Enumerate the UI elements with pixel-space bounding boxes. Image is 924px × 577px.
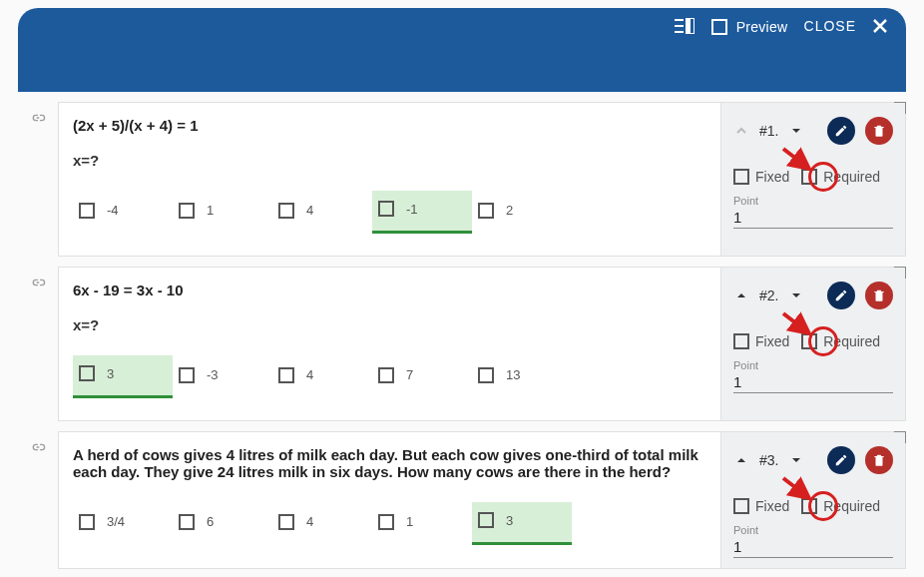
- edit-button[interactable]: [827, 282, 855, 309]
- question-sidebar: #3.FixedRequiredPoint1: [720, 432, 905, 568]
- answer-option[interactable]: -4: [73, 191, 173, 234]
- svg-rect-2: [675, 31, 684, 33]
- svg-rect-4: [687, 18, 691, 34]
- question-row: (2x + 5)/(x + 4) = 1x=?-414-12#1.FixedRe…: [18, 102, 906, 257]
- required-label: Required: [823, 169, 880, 185]
- answer-option[interactable]: 13: [472, 355, 572, 398]
- checkbox-empty-icon: [179, 203, 195, 219]
- point-value[interactable]: 1: [733, 209, 893, 229]
- link-icon[interactable]: [18, 431, 58, 569]
- svg-rect-1: [675, 25, 684, 27]
- delete-button[interactable]: [865, 446, 893, 474]
- question-card: 6x - 19 = 3x - 10x=?3-34713#2.FixedRequi…: [58, 267, 906, 421]
- question-body: (2x + 5)/(x + 4) = 1x=?-414-12: [59, 103, 720, 256]
- link-icon[interactable]: [18, 102, 58, 257]
- option-value: -4: [107, 203, 119, 218]
- options-row: 3-34713: [73, 355, 706, 398]
- checkbox-empty-icon: [278, 203, 294, 219]
- required-checkbox[interactable]: [801, 333, 817, 349]
- option-value: 13: [506, 367, 520, 382]
- point-label: Point: [733, 195, 893, 207]
- option-value: 1: [207, 203, 214, 218]
- fixed-label: Fixed: [755, 333, 789, 349]
- move-up-button[interactable]: [733, 288, 749, 303]
- question-title: 6x - 19 = 3x - 10: [73, 282, 706, 298]
- edit-button[interactable]: [827, 117, 855, 145]
- preview-toggle[interactable]: Preview: [710, 18, 788, 36]
- move-up-button[interactable]: [733, 452, 749, 468]
- move-up-button[interactable]: [733, 123, 749, 139]
- option-value: 7: [406, 367, 413, 382]
- move-down-button[interactable]: [788, 123, 804, 139]
- point-label: Point: [733, 359, 893, 371]
- answer-option[interactable]: -1: [372, 191, 472, 234]
- fixed-checkbox[interactable]: [733, 333, 749, 349]
- question-number: #3.: [759, 452, 778, 468]
- answer-option[interactable]: 3: [73, 355, 173, 398]
- close-button[interactable]: CLOSE: [804, 18, 856, 34]
- answer-option[interactable]: 2: [472, 191, 572, 234]
- option-value: 3: [107, 366, 114, 381]
- fixed-checkbox[interactable]: [733, 169, 749, 185]
- delete-button[interactable]: [865, 282, 893, 309]
- svg-rect-0: [675, 19, 684, 21]
- option-value: 3/4: [107, 514, 125, 529]
- fixed-label: Fixed: [755, 498, 789, 514]
- question-body: A herd of cows gives 4 litres of milk ea…: [59, 432, 720, 568]
- question-sidebar: #2.FixedRequiredPoint1: [720, 268, 905, 420]
- answer-option[interactable]: 1: [173, 191, 272, 234]
- question-subtitle: x=?: [73, 316, 706, 333]
- question-card: A herd of cows gives 4 litres of milk ea…: [58, 431, 906, 569]
- point-value[interactable]: 1: [733, 538, 893, 558]
- checkbox-empty-icon: [378, 201, 394, 217]
- link-icon[interactable]: [18, 267, 58, 421]
- answer-option[interactable]: 3: [472, 502, 572, 545]
- titlebar: Preview CLOSE: [18, 8, 906, 92]
- svg-line-7: [783, 313, 809, 333]
- option-value: -1: [406, 202, 418, 217]
- option-value: 2: [506, 203, 513, 218]
- flags-row: FixedRequired: [733, 498, 893, 514]
- answer-option[interactable]: 1: [372, 502, 472, 545]
- checkbox-empty-icon: [79, 365, 95, 381]
- sidebar-toprow: #2.: [733, 282, 893, 309]
- point-value[interactable]: 1: [733, 373, 893, 393]
- answer-option[interactable]: -3: [173, 355, 272, 398]
- question-row: 6x - 19 = 3x - 10x=?3-34713#2.FixedRequi…: [18, 267, 906, 421]
- close-icon[interactable]: [872, 18, 888, 34]
- answer-option[interactable]: 4: [272, 191, 372, 234]
- question-sidebar: #1.FixedRequiredPoint1: [720, 103, 905, 256]
- question-title: (2x + 5)/(x + 4) = 1: [73, 117, 706, 134]
- required-checkbox[interactable]: [801, 169, 817, 185]
- svg-line-8: [783, 478, 809, 498]
- option-value: 6: [207, 514, 214, 529]
- answer-option[interactable]: 3/4: [73, 502, 173, 545]
- question-subtitle: x=?: [73, 152, 706, 169]
- answer-option[interactable]: 6: [173, 502, 272, 545]
- svg-rect-5: [712, 20, 726, 34]
- checkbox-empty-icon: [179, 514, 195, 530]
- move-down-button[interactable]: [788, 288, 804, 303]
- flags-row: FixedRequired: [733, 169, 893, 185]
- layout-toggle-icon[interactable]: [675, 18, 694, 34]
- options-row: 3/46413: [73, 502, 706, 545]
- checkbox-empty-icon: [478, 512, 494, 528]
- checkbox-empty-icon: [378, 367, 394, 383]
- checkbox-empty-icon: [710, 18, 728, 36]
- question-body: 6x - 19 = 3x - 10x=?3-34713: [59, 268, 720, 420]
- option-value: -3: [207, 367, 219, 382]
- move-down-button[interactable]: [788, 452, 804, 468]
- edit-button[interactable]: [827, 446, 855, 474]
- answer-option[interactable]: 4: [272, 502, 372, 545]
- checkbox-empty-icon: [79, 203, 95, 219]
- question-number: #2.: [759, 288, 778, 303]
- fixed-checkbox[interactable]: [733, 498, 749, 514]
- answer-option[interactable]: 4: [272, 355, 372, 398]
- required-checkbox[interactable]: [801, 498, 817, 514]
- close-label: CLOSE: [804, 18, 856, 34]
- checkbox-empty-icon: [179, 367, 195, 383]
- option-value: 4: [306, 514, 313, 529]
- checkbox-empty-icon: [278, 367, 294, 383]
- delete-button[interactable]: [865, 117, 893, 145]
- answer-option[interactable]: 7: [372, 355, 472, 398]
